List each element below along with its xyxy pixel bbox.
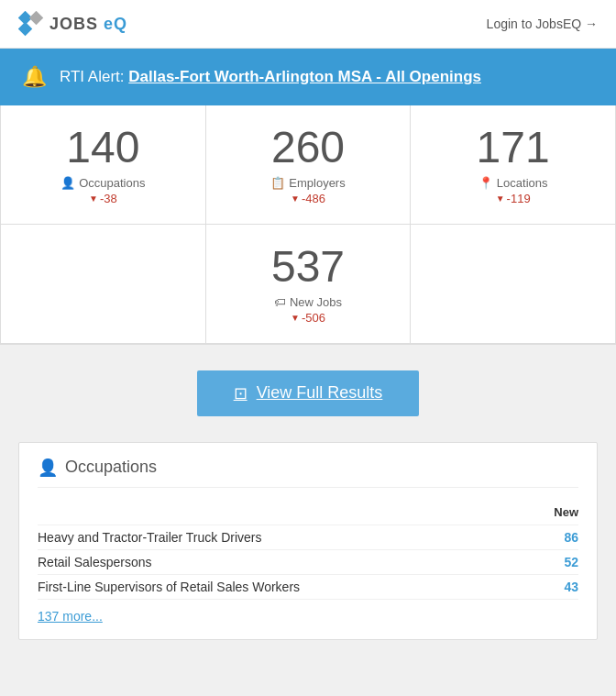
new-jobs-icon: 🏷 xyxy=(274,295,286,309)
occupations-table: New Heavy and Tractor-Trailer Truck Driv… xyxy=(38,501,578,600)
stat-occupations-number: 140 xyxy=(10,124,196,172)
results-icon: ⊡ xyxy=(234,383,248,403)
occ-name-2: Retail Salespersons xyxy=(38,549,533,574)
stat-new-jobs-label-text: New Jobs xyxy=(290,295,342,309)
stat-locations-change-value: -119 xyxy=(507,192,531,205)
down-arrow-icon: ▼ xyxy=(89,193,98,204)
down-arrow-icon: ▼ xyxy=(291,193,300,204)
stat-occupations-change-value: -38 xyxy=(100,192,117,205)
occ-value-1[interactable]: 86 xyxy=(533,525,578,549)
stat-employers-change: ▼ -486 xyxy=(215,192,402,205)
table-row: Heavy and Tractor-Trailer Truck Drivers … xyxy=(38,525,578,549)
employers-icon: 📋 xyxy=(270,176,285,190)
stat-employers-number: 260 xyxy=(215,124,402,172)
occ-value-2[interactable]: 52 xyxy=(533,549,578,574)
stat-employers-label: 📋 Employers xyxy=(215,176,402,190)
stat-locations-label: 📍 Locations xyxy=(420,176,606,190)
view-full-results-label: View Full Results xyxy=(257,383,383,403)
logo-jobs: JOBS xyxy=(50,15,98,33)
stat-occupations: 140 👤 Occupations ▼ -38 xyxy=(1,105,206,225)
stat-locations-number: 171 xyxy=(420,124,606,172)
alert-prefix: RTI Alert: xyxy=(60,68,125,85)
section-title: 👤 Occupations xyxy=(38,458,578,488)
table-row: Retail Salespersons 52 xyxy=(38,549,578,574)
bell-icon: 🔔 xyxy=(22,65,47,89)
stat-employers-change-value: -486 xyxy=(302,192,325,205)
stat-new-jobs: 537 🏷 New Jobs ▼ -506 xyxy=(206,225,412,344)
down-arrow-icon: ▼ xyxy=(291,313,300,323)
stat-new-jobs-number: 537 xyxy=(215,243,402,292)
occupations-section: 👤 Occupations New Heavy and Tractor-Trai… xyxy=(18,442,598,640)
stat-employers: 260 📋 Employers ▼ -486 xyxy=(206,105,412,225)
empty-cell-1 xyxy=(1,225,206,344)
logo-icon xyxy=(18,11,44,37)
occupations-section-icon: 👤 xyxy=(38,458,58,478)
occ-value-3[interactable]: 43 xyxy=(533,574,578,599)
stats-row-2: 537 🏷 New Jobs ▼ -506 xyxy=(0,225,616,344)
stat-new-jobs-change-value: -506 xyxy=(302,311,325,325)
stat-new-jobs-label: 🏷 New Jobs xyxy=(215,295,402,309)
stat-new-jobs-change: ▼ -506 xyxy=(215,311,402,325)
occ-table-value-header: New xyxy=(533,501,578,525)
logo-eq: eQ xyxy=(104,15,127,33)
stat-locations-label-text: Locations xyxy=(497,176,548,190)
header: JOBS eQ Login to JobsEQ → xyxy=(0,0,616,49)
person-icon: 👤 xyxy=(60,176,75,190)
alert-banner: 🔔 RTI Alert: Dallas-Fort Worth-Arlington… xyxy=(0,49,616,105)
occ-table-name-header xyxy=(38,501,533,525)
empty-cell-2 xyxy=(411,225,616,344)
table-row: First-Line Supervisors of Retail Sales W… xyxy=(38,574,578,599)
btn-container: ⊡ View Full Results xyxy=(0,345,616,442)
svg-rect-2 xyxy=(29,11,44,25)
logo: JOBS eQ xyxy=(18,11,127,37)
stat-locations-change: ▼ -119 xyxy=(420,192,606,205)
stat-employers-label-text: Employers xyxy=(289,176,345,190)
location-icon: 📍 xyxy=(478,176,493,190)
stats-row-1: 140 👤 Occupations ▼ -38 260 📋 Employers … xyxy=(0,105,616,225)
svg-rect-1 xyxy=(18,22,32,37)
view-full-results-button[interactable]: ⊡ View Full Results xyxy=(197,370,420,416)
logo-text: JOBS eQ xyxy=(50,15,127,34)
alert-text: RTI Alert: Dallas-Fort Worth-Arlington M… xyxy=(60,68,481,86)
stat-locations: 171 📍 Locations ▼ -119 xyxy=(411,105,616,225)
stat-occupations-label: 👤 Occupations xyxy=(10,176,196,190)
stat-occupations-label-text: Occupations xyxy=(79,176,145,190)
alert-link[interactable]: Dallas-Fort Worth-Arlington MSA - All Op… xyxy=(128,68,481,85)
stats-container: 140 👤 Occupations ▼ -38 260 📋 Employers … xyxy=(0,105,616,345)
occ-name-3: First-Line Supervisors of Retail Sales W… xyxy=(38,574,533,599)
more-link[interactable]: 137 more... xyxy=(38,609,103,624)
down-arrow-icon: ▼ xyxy=(496,193,505,204)
occupations-section-title: Occupations xyxy=(65,458,157,477)
stat-occupations-change: ▼ -38 xyxy=(10,192,196,205)
occ-name-1: Heavy and Tractor-Trailer Truck Drivers xyxy=(38,525,533,549)
login-link[interactable]: Login to JobsEQ → xyxy=(487,17,598,31)
